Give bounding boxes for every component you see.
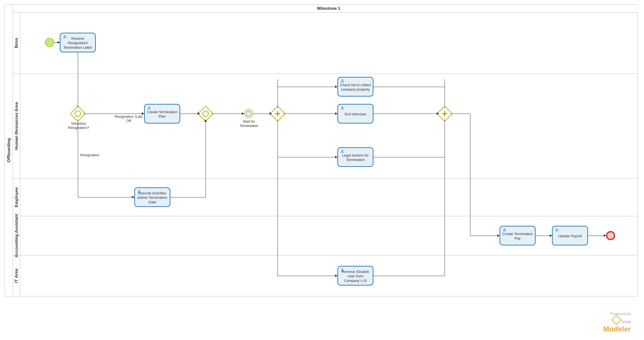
flow bbox=[278, 119, 278, 276]
flow bbox=[444, 79, 445, 108]
task-remove-user[interactable]: Remove /Disable User from Company´s IS bbox=[338, 266, 374, 286]
svg-point-0 bbox=[556, 230, 558, 231]
task-create-plan[interactable]: Create Termination Plan bbox=[144, 104, 180, 123]
arrowhead-icon bbox=[242, 112, 244, 115]
user-icon bbox=[340, 79, 344, 83]
arrowhead-icon bbox=[335, 112, 338, 115]
flow bbox=[374, 87, 445, 87]
flow bbox=[283, 114, 338, 114]
arrowhead-icon bbox=[335, 156, 338, 158]
gateway-label: Voluntary Resignation? bbox=[66, 121, 92, 130]
flow bbox=[278, 276, 338, 276]
user-icon bbox=[340, 149, 344, 154]
flow bbox=[278, 79, 278, 108]
cube-icon bbox=[611, 315, 621, 325]
flow bbox=[470, 114, 470, 236]
user-icon bbox=[340, 106, 344, 110]
flow bbox=[374, 114, 439, 114]
task-exit-interview[interactable]: Exit Interview bbox=[338, 104, 374, 123]
user-icon bbox=[147, 106, 151, 110]
arrowhead-icon bbox=[204, 119, 207, 122]
arrowhead-icon bbox=[335, 274, 338, 277]
lane-label-boss: Boss bbox=[13, 12, 20, 74]
brand-logo: bizagi Modeler bbox=[603, 316, 631, 334]
lane-label-employee: Employee bbox=[13, 178, 20, 216]
flow bbox=[78, 197, 134, 198]
flow bbox=[180, 114, 200, 114]
arrowhead-icon bbox=[335, 85, 338, 88]
flow bbox=[278, 87, 338, 87]
task-label: Check list to collect company property bbox=[340, 83, 371, 92]
task-checklist[interactable]: Check list to collect company property bbox=[338, 77, 374, 96]
lane-div-2 bbox=[13, 178, 638, 179]
pool-border-bottom bbox=[4, 296, 638, 296]
milestone-header: Milestone 1 bbox=[20, 4, 638, 12]
gateway-parallel-join[interactable]: + bbox=[439, 108, 450, 119]
flow bbox=[211, 114, 244, 114]
user-icon bbox=[340, 268, 344, 273]
task-label: Exit Interview bbox=[345, 112, 366, 116]
lane-label-it: IT Area bbox=[13, 255, 20, 296]
arrowhead-icon bbox=[198, 112, 200, 115]
arrowhead-icon bbox=[437, 112, 439, 115]
task-receive-letter[interactable]: Receive Resignation/ Termination Letter bbox=[60, 33, 96, 52]
flow bbox=[450, 114, 470, 114]
lane-label-hr: Human Resources Area bbox=[13, 74, 20, 178]
task-execute-activities[interactable]: Execute Activities before Termination Da… bbox=[134, 187, 170, 207]
diagram-canvas: Milestone 1 Offboarding Boss Human Resou… bbox=[0, 0, 644, 340]
arrowhead-icon bbox=[270, 112, 272, 115]
flow bbox=[470, 236, 500, 236]
timer-event-wait[interactable] bbox=[244, 109, 253, 118]
lane-label-divider bbox=[20, 12, 20, 296]
flow-label: Resignation /Laid Off bbox=[115, 114, 142, 123]
milestone-divider bbox=[13, 12, 638, 12]
flow bbox=[253, 114, 272, 114]
flow bbox=[78, 119, 78, 197]
task-label: Update Payroll bbox=[558, 234, 582, 238]
pool-label: Offboarding bbox=[4, 4, 13, 296]
footer-branding: Powered by bizagi Modeler bbox=[603, 312, 631, 334]
arrowhead-icon bbox=[497, 234, 500, 237]
task-update-payroll[interactable]: Update Payroll bbox=[552, 226, 588, 245]
flow-label: Resignation bbox=[80, 153, 105, 157]
flow bbox=[278, 157, 338, 157]
user-icon bbox=[502, 228, 507, 232]
flow bbox=[170, 197, 206, 198]
arrowhead-icon bbox=[550, 234, 552, 237]
user-icon bbox=[137, 189, 142, 194]
arrowhead-icon bbox=[58, 41, 60, 44]
flow bbox=[78, 52, 78, 107]
timer-label: Wait for Termination bbox=[235, 119, 263, 128]
task-label: Create Termination Plan bbox=[146, 110, 178, 119]
arrowhead-icon bbox=[604, 234, 606, 237]
flow bbox=[84, 114, 144, 114]
gateway-xor-voluntary[interactable] bbox=[72, 108, 84, 119]
flow bbox=[374, 157, 445, 157]
task-label: Legal Actions for Termination bbox=[340, 153, 371, 162]
task-create-pay[interactable]: Create Termination Pay bbox=[500, 226, 536, 245]
lane-label-accounting: Accounting Assistant bbox=[13, 216, 20, 255]
flow bbox=[588, 236, 606, 236]
user-icon bbox=[62, 35, 67, 39]
flow bbox=[374, 276, 445, 276]
start-event[interactable] bbox=[45, 38, 54, 47]
flow bbox=[444, 119, 445, 276]
end-event[interactable] bbox=[606, 231, 615, 240]
gateway-xor-merge[interactable] bbox=[200, 108, 211, 119]
milestone-title: Milestone 1 bbox=[317, 6, 340, 11]
arrowhead-icon bbox=[132, 196, 134, 198]
gear-icon bbox=[554, 228, 559, 232]
flow bbox=[536, 236, 552, 236]
flow bbox=[206, 119, 206, 198]
pool-name: Offboarding bbox=[6, 138, 11, 162]
task-legal-actions[interactable]: Legal Actions for Termination bbox=[338, 147, 374, 167]
task-label: Create Termination Pay bbox=[502, 232, 533, 241]
gateway-parallel-split[interactable]: + bbox=[272, 108, 283, 119]
